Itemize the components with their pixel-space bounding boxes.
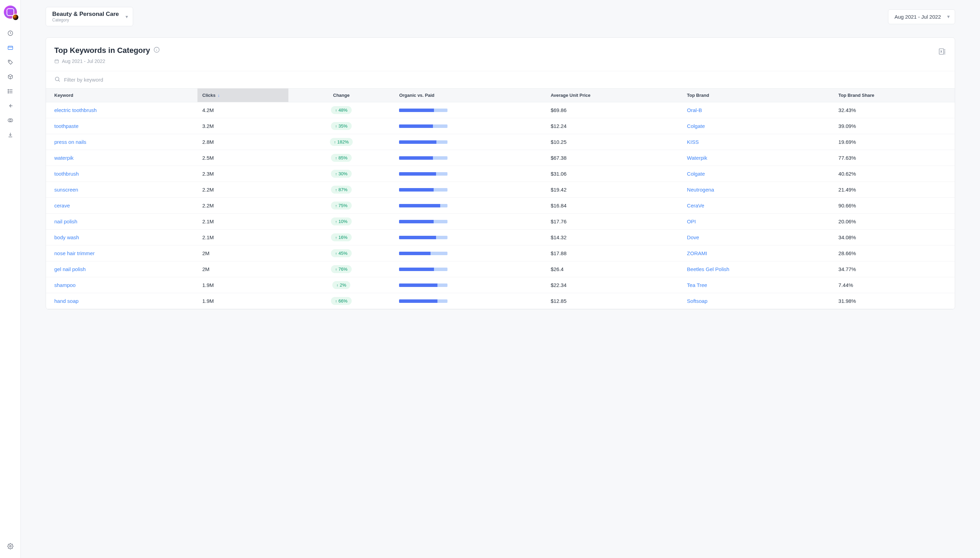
change-pill: ↑ 45% xyxy=(331,249,352,257)
nav-list-icon[interactable] xyxy=(7,88,14,95)
brand-link[interactable]: ZORAMI xyxy=(687,250,707,256)
keyword-link[interactable]: gel nail polish xyxy=(54,266,86,272)
change-pill: ↑ 66% xyxy=(331,297,352,305)
topbar: Beauty & Personal Care Category ▾ Aug 20… xyxy=(21,0,980,33)
keyword-link[interactable]: waterpik xyxy=(54,155,74,161)
settings-icon[interactable] xyxy=(7,543,14,550)
nav-tag-icon[interactable] xyxy=(7,59,14,66)
table-row: toothbrush2.3M↑ 30%$31.06Colgate40.62% xyxy=(46,166,955,182)
header-share[interactable]: Top Brand Share xyxy=(834,89,955,102)
clicks-value: 1.9M xyxy=(197,293,288,309)
table-row: press on nails2.8M↑ 182%$10.25KISS19.69% xyxy=(46,134,955,150)
card-date: Aug 2021 - Jul 2022 xyxy=(54,58,160,64)
filter-row xyxy=(46,71,955,88)
keyword-link[interactable]: cerave xyxy=(54,203,70,208)
share-value: 28.66% xyxy=(834,245,955,261)
clicks-value: 2M xyxy=(197,261,288,277)
brand-link[interactable]: Tea Tree xyxy=(687,282,707,288)
clicks-value: 2.8M xyxy=(197,134,288,150)
svg-rect-1 xyxy=(8,46,13,50)
table-row: sunscreen2.2M↑ 87%$19.42Neutrogena21.49% xyxy=(46,182,955,198)
svg-point-12 xyxy=(55,77,59,81)
keyword-link[interactable]: body wash xyxy=(54,235,79,240)
nav-collapse-icon[interactable] xyxy=(7,102,14,109)
keyword-link[interactable]: sunscreen xyxy=(54,187,78,192)
brand-link[interactable]: Softsoap xyxy=(687,298,708,304)
nav-card-icon[interactable] xyxy=(7,44,14,51)
nav-overlap-icon[interactable] xyxy=(7,117,14,124)
share-value: 40.62% xyxy=(834,166,955,182)
header-price[interactable]: Average Unit Price xyxy=(546,89,682,102)
header-brand[interactable]: Top Brand xyxy=(682,89,834,102)
price-value: $14.32 xyxy=(546,230,682,245)
change-pill: ↑ 35% xyxy=(331,122,352,130)
price-value: $26.4 xyxy=(546,261,682,277)
info-icon[interactable] xyxy=(154,46,160,55)
share-value: 21.49% xyxy=(834,182,955,198)
ovp-bar xyxy=(399,125,448,128)
ovp-bar xyxy=(399,156,448,160)
header-ovp[interactable]: Organic vs. Paid xyxy=(394,89,546,102)
ovp-bar xyxy=(399,188,448,192)
share-value: 19.69% xyxy=(834,134,955,150)
filter-input[interactable] xyxy=(64,77,946,83)
brand-link[interactable]: CeraVe xyxy=(687,203,704,208)
export-excel-icon[interactable] xyxy=(938,48,946,57)
app-logo xyxy=(4,5,17,19)
price-value: $16.84 xyxy=(546,198,682,214)
brand-link[interactable]: Colgate xyxy=(687,171,705,177)
keyword-link[interactable]: toothbrush xyxy=(54,171,79,177)
card-title: Top Keywords in Category xyxy=(54,46,160,55)
keyword-link[interactable]: press on nails xyxy=(54,139,87,145)
keywords-table: Keyword Clicks↓ Change Organic vs. Paid … xyxy=(46,88,955,309)
header-clicks[interactable]: Clicks↓ xyxy=(197,89,288,102)
table-row: shampoo1.9M↑ 2%$22.34Tea Tree7.44% xyxy=(46,277,955,293)
svg-point-8 xyxy=(9,546,11,547)
change-pill: ↑ 16% xyxy=(331,233,352,241)
keyword-link[interactable]: shampoo xyxy=(54,282,76,288)
price-value: $17.76 xyxy=(546,214,682,230)
keyword-link[interactable]: nail polish xyxy=(54,218,77,224)
table-row: gel nail polish2M↑ 76%$26.4Beetles Gel P… xyxy=(46,261,955,277)
svg-point-5 xyxy=(8,92,8,93)
price-value: $69.86 xyxy=(546,102,682,118)
table-row: toothpaste3.2M↑ 35%$12.24Colgate39.09% xyxy=(46,118,955,134)
brand-link[interactable]: KISS xyxy=(687,139,699,145)
clicks-value: 2.1M xyxy=(197,214,288,230)
search-icon xyxy=(54,76,61,83)
change-pill: ↑ 48% xyxy=(331,106,352,114)
brand-link[interactable]: Colgate xyxy=(687,123,705,129)
date-range-selector[interactable]: Aug 2021 - Jul 2022 ▾ xyxy=(888,9,955,24)
nav-download-icon[interactable] xyxy=(7,131,14,138)
share-value: 7.44% xyxy=(834,277,955,293)
category-selector[interactable]: Beauty & Personal Care Category ▾ xyxy=(46,7,133,26)
nav-clock-icon[interactable] xyxy=(7,30,14,37)
brand-link[interactable]: OPI xyxy=(687,218,696,224)
brand-link[interactable]: Oral-B xyxy=(687,107,702,113)
brand-link[interactable]: Waterpik xyxy=(687,155,708,161)
ovp-bar xyxy=(399,172,448,176)
ovp-bar xyxy=(399,284,448,287)
brand-link[interactable]: Beetles Gel Polish xyxy=(687,266,730,272)
svg-rect-10 xyxy=(55,60,59,63)
change-pill: ↑ 2% xyxy=(332,281,350,289)
share-value: 20.06% xyxy=(834,214,955,230)
keyword-link[interactable]: hand soap xyxy=(54,298,79,304)
ovp-bar xyxy=(399,236,448,239)
keyword-link[interactable]: toothpaste xyxy=(54,123,79,129)
keyword-link[interactable]: electric toothbrush xyxy=(54,107,97,113)
header-keyword[interactable]: Keyword xyxy=(46,89,197,102)
brand-link[interactable]: Neutrogena xyxy=(687,187,714,192)
date-range-label: Aug 2021 - Jul 2022 xyxy=(895,14,941,20)
price-value: $17.88 xyxy=(546,245,682,261)
header-change[interactable]: Change xyxy=(288,89,394,102)
clicks-value: 1.9M xyxy=(197,277,288,293)
nav-cube-icon[interactable] xyxy=(7,73,14,80)
share-value: 31.98% xyxy=(834,293,955,309)
brand-link[interactable]: Dove xyxy=(687,235,699,240)
clicks-value: 4.2M xyxy=(197,102,288,118)
clicks-value: 2.3M xyxy=(197,166,288,182)
keyword-link[interactable]: nose hair trimmer xyxy=(54,250,95,256)
clicks-value: 2.1M xyxy=(197,230,288,245)
table-row: electric toothbrush4.2M↑ 48%$69.86Oral-B… xyxy=(46,102,955,118)
